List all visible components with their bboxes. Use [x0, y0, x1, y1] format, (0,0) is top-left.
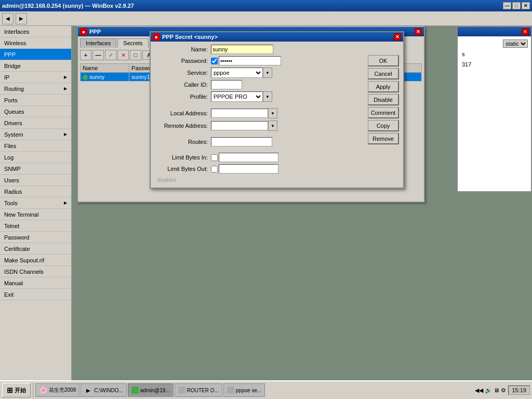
sidebar-item-password[interactable]: Password: [0, 232, 71, 243]
taskbar-item-huashengke[interactable]: 🌸 花生壳2008: [35, 383, 79, 397]
taskbar-divider: [33, 383, 33, 397]
minimize-button[interactable]: —: [503, 2, 511, 9]
limit-bytes-out-container: [211, 164, 278, 174]
main-toolbar: ◀ ▶: [0, 11, 532, 26]
static-dropdown[interactable]: static: [503, 39, 528, 48]
ppp-secret-title-text: PPP Secret <sunny>: [162, 34, 218, 40]
start-button[interactable]: ⊞ 开始: [2, 383, 31, 397]
settings-button[interactable]: □: [130, 50, 141, 60]
form-row-routes: Routes:: [154, 137, 362, 147]
dialog-buttons: OK Cancel Apply Disable Comment Copy Rem…: [368, 55, 399, 144]
form-row-local-address: Local Address: ▼: [154, 108, 362, 118]
sidebar-item-drivers[interactable]: Drivers: [0, 117, 71, 129]
password-input[interactable]: [219, 56, 281, 65]
huashengke-label: 花生壳2008: [49, 387, 76, 394]
remove-button-dialog[interactable]: Remove: [368, 133, 399, 144]
add-button[interactable]: +: [80, 50, 91, 60]
sidebar-item-tools[interactable]: Tools ▶: [0, 197, 71, 209]
dialog-close-button[interactable]: ✕: [394, 33, 401, 41]
sidebar-item-ports[interactable]: Ports: [0, 95, 71, 106]
huashengke-icon: 🌸: [39, 386, 47, 394]
close-button[interactable]: ✕: [522, 2, 530, 9]
caller-id-input[interactable]: [211, 80, 242, 89]
form-row-remote-address: Remote Address: ▼: [154, 121, 362, 131]
maximize-button[interactable]: □: [512, 2, 521, 9]
name-label: Name:: [154, 46, 211, 52]
sidebar-item-wireless[interactable]: Wireless: [0, 37, 71, 49]
sidebar-item-make-supout[interactable]: Make Supout.rif: [0, 255, 71, 266]
sidebar-item-users[interactable]: Users: [0, 175, 71, 186]
comment-button[interactable]: Comment: [368, 107, 399, 118]
sidebar-item-bridge[interactable]: Bridge: [0, 60, 71, 72]
form-row-password: Password:: [154, 56, 362, 65]
sidebar-item-ppp[interactable]: PPP: [0, 49, 71, 60]
sidebar-item-radius[interactable]: Radius: [0, 186, 71, 197]
remove-button[interactable]: —: [92, 50, 104, 60]
profile-select[interactable]: PPPOE PRO default: [211, 91, 263, 102]
copy-button[interactable]: Copy: [368, 120, 399, 131]
ok-button[interactable]: OK: [368, 55, 399, 66]
cancel-button[interactable]: Cancel: [368, 68, 399, 79]
sidebar-item-certificate[interactable]: Certificate: [0, 243, 71, 255]
bg-window-close-button[interactable]: ✕: [522, 28, 529, 35]
sidebar-item-system[interactable]: System ▶: [0, 129, 71, 140]
taskbar-item-pppoe[interactable]: pppoe se...: [223, 383, 265, 397]
taskbar: ⊞ 开始 🌸 花生壳2008 ▶ C:\WINDO... admin@19...…: [0, 380, 532, 399]
disable-button[interactable]: ✕: [117, 50, 129, 60]
profile-label: Profile:: [154, 94, 211, 100]
start-icon: ⊞: [7, 386, 13, 394]
back-button[interactable]: ◀: [2, 13, 14, 24]
routes-input[interactable]: [211, 137, 272, 147]
sidebar-item-isdn[interactable]: ISDN Channels: [0, 266, 71, 277]
tab-secrets[interactable]: Secrets: [117, 38, 148, 48]
name-input[interactable]: [211, 45, 273, 54]
remote-address-input[interactable]: [211, 121, 268, 130]
enable-button[interactable]: ✓: [105, 50, 116, 60]
limit-bytes-out-checkbox[interactable]: [211, 166, 218, 172]
bg-content-number: 317: [460, 59, 529, 70]
ppp-secret-dialog: ■ PPP Secret <sunny> ✕ Name: Password:: [150, 31, 404, 189]
remote-address-dropdown-button[interactable]: ▼: [268, 121, 277, 131]
sidebar-item-files[interactable]: Files: [0, 140, 71, 152]
forward-button[interactable]: ▶: [16, 13, 27, 24]
sidebar-item-exit[interactable]: Exit: [0, 289, 71, 300]
tray-icons: ◀◀ 🔊 🖥 ⚙: [475, 387, 506, 394]
sidebar-item-log[interactable]: Log: [0, 152, 71, 163]
apply-button[interactable]: Apply: [368, 81, 399, 92]
profile-select-container: PPPOE PRO default ▼: [211, 91, 272, 102]
router-icon: [178, 387, 185, 394]
sidebar-item-telnet[interactable]: Telnet: [0, 220, 71, 232]
sidebar-arrow-routing: ▶: [64, 86, 67, 91]
service-dropdown-button[interactable]: ▼: [263, 68, 272, 78]
sidebar-arrow-tools: ▶: [64, 201, 67, 205]
router-label: ROUTER O...: [187, 388, 219, 393]
taskbar-item-router[interactable]: ROUTER O...: [175, 383, 222, 397]
sidebar-item-snmp[interactable]: SNMP: [0, 163, 71, 175]
tab-interfaces[interactable]: Interfaces: [80, 38, 116, 48]
limit-bytes-in-input[interactable]: [219, 153, 278, 162]
taskbar-item-cmd[interactable]: ▶ C:\WINDO...: [81, 383, 127, 397]
sidebar-item-routing[interactable]: Routing ▶: [0, 83, 71, 95]
sidebar-item-new-terminal[interactable]: New Terminal: [0, 209, 71, 220]
admin-icon: [131, 387, 139, 394]
local-address-input[interactable]: [211, 109, 268, 118]
password-checkbox-row: [211, 56, 281, 65]
service-select[interactable]: pppoe ppp l2tp pptp any: [211, 68, 263, 78]
taskbar-item-admin[interactable]: admin@19...: [128, 383, 174, 397]
col-name[interactable]: Name: [81, 64, 129, 73]
local-address-dropdown-button[interactable]: ▼: [268, 108, 277, 118]
sidebar-item-ip[interactable]: IP ▶: [0, 72, 71, 83]
sidebar-item-interfaces[interactable]: Interfaces: [0, 26, 71, 37]
form-row-name: Name:: [154, 45, 362, 54]
caller-id-label: Caller ID:: [154, 82, 211, 88]
profile-dropdown-button[interactable]: ▼: [263, 91, 272, 102]
disable-button[interactable]: Disable: [368, 94, 399, 105]
limit-bytes-in-checkbox[interactable]: [211, 154, 218, 161]
password-checkbox[interactable]: [211, 58, 218, 64]
sidebar-item-queues[interactable]: Queues: [0, 106, 71, 117]
routes-label: Routes:: [154, 139, 211, 145]
limit-bytes-out-input[interactable]: [219, 164, 278, 174]
sidebar-item-manual[interactable]: Manual: [0, 277, 71, 289]
ppp-window-close-button[interactable]: ✕: [415, 28, 422, 35]
title-bar-buttons: — □ ✕: [503, 2, 530, 9]
